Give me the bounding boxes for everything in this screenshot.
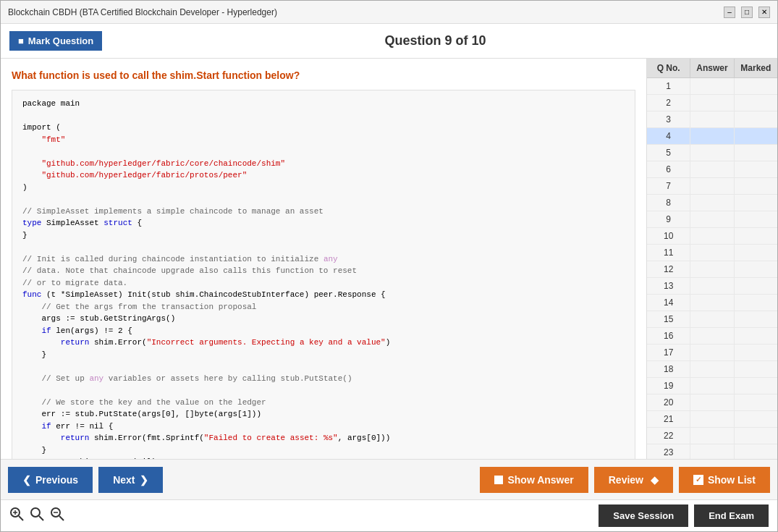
minimize-button[interactable]: – [724,7,735,18]
review-button[interactable]: Review ◆ [594,467,673,493]
sidebar-cell-marked-13 [735,278,777,294]
sidebar-cell-answer-16 [690,328,734,344]
sidebar-cell-answer-5 [690,145,734,161]
sidebar-cell-qno-17: 17 [647,345,690,360]
sidebar-header-qno: Q No. [647,59,690,77]
sidebar-cell-answer-12 [690,261,734,277]
sidebar-row-3[interactable]: 3 [647,111,777,128]
sidebar-row-17[interactable]: 17 [647,345,777,361]
end-exam-button[interactable]: End Exam [694,504,769,527]
sidebar-row-19[interactable]: 19 [647,378,777,394]
sidebar-row-10[interactable]: 10 [647,228,777,245]
sidebar-row-16[interactable]: 16 [647,328,777,345]
sidebar-cell-answer-4 [690,128,734,144]
sidebar-row-23[interactable]: 23 [647,444,777,459]
sidebar-row-4[interactable]: 4 [647,128,777,145]
sidebar-cell-marked-3 [735,111,777,127]
sidebar-scroll[interactable]: 1 2 3 4 5 6 7 8 [647,78,777,459]
sidebar-row-7[interactable]: 7 [647,178,777,195]
sidebar-row-5[interactable]: 5 [647,145,777,161]
sidebar-cell-qno-21: 21 [647,411,690,427]
question-text: What function is used to call the shim.S… [12,69,635,81]
sidebar-cell-qno-1: 1 [647,78,690,94]
sidebar-cell-answer-22 [690,428,734,444]
sidebar-cell-answer-14 [690,295,734,311]
question-sidebar: Q No. Answer Marked 1 2 3 4 5 [647,59,777,459]
sidebar-row-21[interactable]: 21 [647,411,777,428]
sidebar-cell-answer-8 [690,195,734,211]
stop-icon [494,476,503,484]
sidebar-cell-marked-1 [735,78,777,94]
sidebar-row-18[interactable]: 18 [647,361,777,378]
sidebar-row-8[interactable]: 8 [647,195,777,211]
session-controls: Save Session End Exam [599,504,769,527]
sidebar-row-9[interactable]: 9 [647,211,777,228]
sidebar-cell-qno-5: 5 [647,145,690,161]
next-label: Next [113,474,135,486]
svg-point-4 [31,508,40,517]
main-window: Blockchain CBDH (BTA Certified Blockchai… [0,0,778,532]
checkbox-icon: ✓ [693,475,703,485]
sidebar-cell-marked-14 [735,295,777,311]
zoom-reset-button[interactable] [30,507,44,525]
sidebar-cell-marked-22 [735,428,777,444]
bookmark-icon: ■ [18,35,24,46]
sidebar-row-12[interactable]: 12 [647,261,777,278]
sidebar-cell-qno-8: 8 [647,195,690,211]
sidebar-cell-qno-4: 4 [647,128,690,144]
sidebar-row-6[interactable]: 6 [647,161,777,178]
sidebar-cell-answer-18 [690,361,734,377]
sidebar-cell-answer-13 [690,278,734,294]
toolbar: ■ Mark Question Question 9 of 10 [1,24,777,59]
sidebar-cell-answer-3 [690,111,734,127]
sidebar-cell-marked-18 [735,361,777,377]
sidebar-cell-qno-7: 7 [647,178,690,194]
sidebar-cell-marked-2 [735,95,777,111]
close-button[interactable]: ✕ [758,7,770,18]
sidebar-cell-answer-6 [690,161,734,177]
sidebar-cell-answer-19 [690,378,734,394]
show-answer-button[interactable]: Show Answer [480,467,588,493]
next-button[interactable]: Next ❯ [98,467,162,493]
sidebar-cell-answer-9 [690,211,734,227]
sidebar-row-1[interactable]: 1 [647,78,777,95]
svg-line-5 [39,516,43,520]
sidebar-cell-marked-20 [735,394,777,410]
previous-label: Previous [35,474,78,486]
save-session-button[interactable]: Save Session [599,504,688,527]
sidebar-row-20[interactable]: 20 [647,394,777,411]
sidebar-header: Q No. Answer Marked [647,59,777,78]
sidebar-cell-qno-2: 2 [647,95,690,111]
sidebar-cell-answer-1 [690,78,734,94]
sidebar-row-11[interactable]: 11 [647,245,777,261]
svg-line-1 [19,516,23,520]
sidebar-cell-marked-7 [735,178,777,194]
sidebar-cell-answer-23 [690,444,734,459]
sidebar-cell-marked-12 [735,261,777,277]
sidebar-row-14[interactable]: 14 [647,295,777,311]
sidebar-cell-marked-19 [735,378,777,394]
show-list-button[interactable]: ✓ Show List [679,467,770,493]
sidebar-cell-qno-19: 19 [647,378,690,394]
sidebar-cell-qno-15: 15 [647,311,690,327]
sidebar-row-13[interactable]: 13 [647,278,777,295]
sidebar-cell-answer-2 [690,95,734,111]
status-bar: Save Session End Exam [1,499,777,531]
zoom-controls [9,507,64,525]
mark-question-button[interactable]: ■ Mark Question [9,31,102,51]
previous-button[interactable]: ❮ Previous [8,467,93,493]
zoom-in-button[interactable] [9,507,24,525]
code-block: package main import ( "fmt" "github.com/… [12,90,635,459]
sidebar-cell-answer-15 [690,311,734,327]
sidebar-row-15[interactable]: 15 [647,311,777,328]
sidebar-header-marked: Marked [735,59,777,77]
sidebar-cell-qno-13: 13 [647,278,690,294]
maximize-button[interactable]: □ [741,7,753,18]
sidebar-cell-marked-11 [735,245,777,261]
svg-line-7 [59,516,64,520]
sidebar-row-22[interactable]: 22 [647,428,777,444]
main-content: What function is used to call the shim.S… [1,59,777,459]
window-controls: – □ ✕ [724,7,770,18]
zoom-out-button[interactable] [50,507,64,525]
sidebar-row-2[interactable]: 2 [647,95,777,111]
